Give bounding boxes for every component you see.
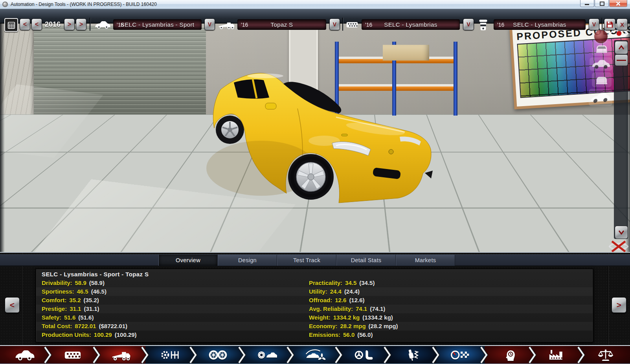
stats-row: Safety:51.6(51.6) Weight:1334.2 kg(1334.… [36,313,593,322]
stat-paren: (58.9) [89,279,105,286]
color-swatches [517,37,630,98]
stats-row: Drivability:58.9(58.9) Practicality:34.5… [36,279,593,287]
stat-value: 8722.01 [75,323,96,329]
stat-paren: (34.5) [359,279,375,286]
year-display: 2016 [42,18,63,30]
car-icon [14,348,35,362]
brakes-icon [256,348,277,362]
stats-row: Production Units:100.29(100.29) Emission… [36,331,593,339]
nav-summary[interactable] [582,346,630,364]
window-controls [580,0,627,7]
tab-overview[interactable]: Overview [158,255,218,266]
scroll-down-button[interactable] [615,226,628,239]
nav-suspension[interactable] [388,346,436,364]
stat-value: 31.1 [70,305,81,312]
save-button[interactable] [604,18,615,30]
head-clock-icon [498,348,520,362]
panel-prev-button[interactable]: < [5,297,20,313]
stat-value: 46.5 [77,288,88,295]
stat-label: Comfort: [42,297,66,303]
stat-label: Avg. Reliability: [309,305,353,312]
nav-gearbox[interactable] [145,346,194,364]
stat-label: Weight: [309,314,331,321]
interior-icon [353,348,374,362]
nav-engine[interactable] [48,346,97,364]
nav-aero[interactable] [291,346,339,364]
stats-row: Sportiness:46.5(46.5) Utility:24.4(24.4) [36,287,593,296]
stat-paren: (24.4) [344,288,360,295]
workflow-nav-bar [0,345,630,364]
truck-icon [110,348,132,362]
save-floppy-icon [606,21,613,28]
model-year: '16 [117,22,124,28]
toolbar-divider [90,18,90,31]
view-side-button[interactable] [590,57,612,71]
suspension-icon [401,348,422,362]
stats-row: Total Cost:8722.01($8722.01) Economy:28.… [36,322,593,331]
engine-variant-dropdown-button[interactable]: V [589,18,599,30]
stat-label: Sportiness: [42,288,74,295]
engine-variant-name: SELC - Lysambrias [513,21,566,28]
close-button[interactable] [609,0,627,7]
stat-paren: (12.6) [349,297,364,303]
engine-variant-selector[interactable]: '16 SELC - Lysambrias [494,19,586,30]
toolbar-divider [602,18,602,31]
wheels-icon [208,348,229,362]
model-dropdown-button[interactable]: V [204,18,215,30]
overview-stats-panel: SELC - Lysambrias - Sport - Topaz S Driv… [35,268,593,342]
nav-markets[interactable] [485,346,533,364]
stat-paren: (31.1) [84,305,99,312]
panel-next-button[interactable]: > [612,297,626,313]
engine-family-dropdown-button[interactable]: V [463,18,474,30]
stat-label: Drivability: [42,279,72,286]
nav-brakes[interactable] [242,346,291,364]
year-back-button[interactable]: < [31,18,42,30]
bottom-panel: Overview Design Test Track Detail Stats … [0,252,630,345]
view-three-quarter-button[interactable] [589,89,612,106]
nav-test-track[interactable] [436,346,485,364]
stat-label: Production Units: [42,331,91,338]
view-front-button[interactable] [592,41,612,56]
minimize-button[interactable] [580,0,594,7]
tab-test-track[interactable]: Test Track [277,255,336,266]
test-track-icon [450,348,471,362]
garage-viewport[interactable]: PROPOSED COLORS [0,23,630,252]
stat-value: 34.5 [345,279,356,286]
nav-trim[interactable] [97,346,145,364]
trim-dropdown-button[interactable]: V [329,18,340,30]
stat-label: Utility: [309,288,327,295]
stat-paren: (35.2) [84,297,99,303]
year-forward-button[interactable]: > [64,18,75,30]
discard-button[interactable]: X [617,18,628,30]
maximize-button[interactable] [595,0,609,7]
engine-family-icon [345,21,359,29]
tab-design[interactable]: Design [218,255,277,266]
viewport-scrollbar[interactable] [614,40,628,239]
scales-icon [595,348,616,362]
stat-label: Economy: [309,323,338,329]
stat-label: Offroad: [309,297,332,303]
year-back-fast-button[interactable]: < [20,18,30,30]
stat-value: 12.6 [335,297,346,303]
year-forward-fast-button[interactable]: > [76,18,86,30]
tab-detail-stats[interactable]: Detail Stats [336,255,396,266]
nav-wheels[interactable] [194,346,242,364]
nav-production[interactable] [533,346,581,364]
app-icon [2,2,8,7]
scroll-up-button[interactable] [615,41,628,54]
hide-ui-eye-button[interactable] [608,240,629,252]
title-bar: Automation - Design Tools - (WORK IN PRO… [0,0,630,9]
scroll-handle[interactable] [615,54,628,66]
model-name: SELC - Lysambrias - Sport [121,21,195,28]
view-rear-button[interactable] [592,72,612,87]
panel-seam [608,253,609,346]
stat-label: Emissions: [309,331,340,338]
model-selector[interactable]: '16 SELC - Lysambrias - Sport [113,19,202,30]
nav-interior[interactable] [339,346,388,364]
trim-selector[interactable]: '16 Topaz S [237,19,326,30]
tab-markets[interactable]: Markets [396,255,455,266]
nav-car-model[interactable] [0,346,48,364]
car-3d-model[interactable] [206,70,438,215]
engine-family-selector[interactable]: '16 SELC - Lysambrias [362,19,460,30]
calendar-button[interactable] [4,18,18,32]
